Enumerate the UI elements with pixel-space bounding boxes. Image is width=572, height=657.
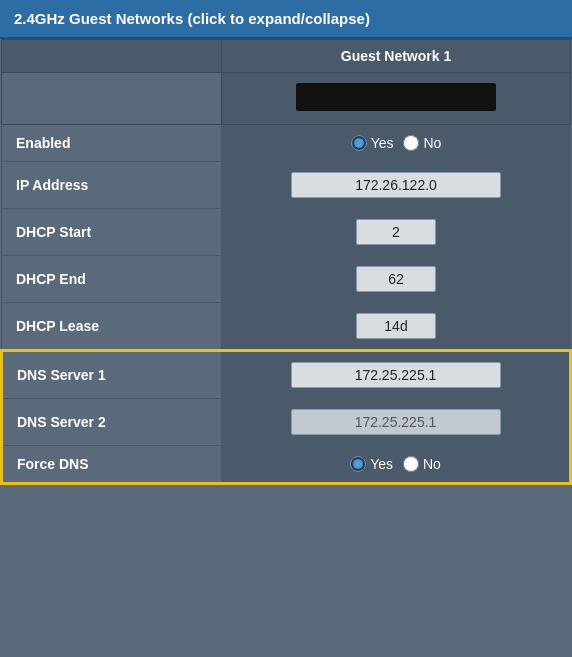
force-dns-yes-text: Yes [370,456,393,472]
force-dns-value: Yes No [222,446,571,484]
dhcp-end-value [222,256,571,303]
dhcp-end-label: DHCP End [2,256,222,303]
ip-address-label: IP Address [2,162,222,209]
enabled-no-text: No [423,135,441,151]
dns-server-1-value [222,351,571,399]
enabled-row: Enabled Yes No [2,125,571,162]
section-header[interactable]: 2.4GHz Guest Networks (click to expand/c… [0,0,572,39]
dns-server-1-input[interactable] [291,362,501,388]
dhcp-lease-input[interactable] [356,313,436,339]
guest-network-1-header: Guest Network 1 [222,40,571,73]
empty-header-cell [2,40,222,73]
force-dns-no-radio[interactable] [403,456,419,472]
dhcp-lease-value [222,303,571,351]
force-dns-yes-radio[interactable] [350,456,366,472]
ssid-value-cell [222,73,571,125]
ip-address-input[interactable] [291,172,501,198]
dhcp-end-input[interactable] [356,266,436,292]
dhcp-start-row: DHCP Start [2,209,571,256]
enabled-no-label[interactable]: No [403,135,441,151]
enabled-value: Yes No [222,125,571,162]
network-table: Guest Network 1 Enabled Yes [0,39,572,485]
dhcp-lease-row: DHCP Lease [2,303,571,351]
enabled-yes-label[interactable]: Yes [351,135,394,151]
force-dns-row: Force DNS Yes No [2,446,571,484]
dns-server-2-input[interactable] [291,409,501,435]
force-dns-yes-label[interactable]: Yes [350,456,393,472]
ssid-hidden-block [296,83,496,111]
enabled-no-radio[interactable] [403,135,419,151]
dns-server-2-value [222,399,571,446]
dns-server-2-label: DNS Server 2 [2,399,222,446]
dhcp-start-input[interactable] [356,219,436,245]
dhcp-lease-label: DHCP Lease [2,303,222,351]
column-header-row: Guest Network 1 [2,40,571,73]
dns-server-1-label: DNS Server 1 [2,351,222,399]
force-dns-no-text: No [423,456,441,472]
ip-address-value [222,162,571,209]
ssid-label-empty [2,73,222,125]
dns-server-2-row: DNS Server 2 [2,399,571,446]
dhcp-start-value [222,209,571,256]
dns-server-1-row: DNS Server 1 [2,351,571,399]
force-dns-radio-group: Yes No [236,456,555,472]
enabled-yes-text: Yes [371,135,394,151]
enabled-yes-radio[interactable] [351,135,367,151]
dhcp-end-row: DHCP End [2,256,571,303]
force-dns-label: Force DNS [2,446,222,484]
ssid-row [2,73,571,125]
main-container: 2.4GHz Guest Networks (click to expand/c… [0,0,572,485]
ip-address-row: IP Address [2,162,571,209]
enabled-label: Enabled [2,125,222,162]
force-dns-no-label[interactable]: No [403,456,441,472]
dhcp-start-label: DHCP Start [2,209,222,256]
enabled-radio-group: Yes No [236,135,556,151]
